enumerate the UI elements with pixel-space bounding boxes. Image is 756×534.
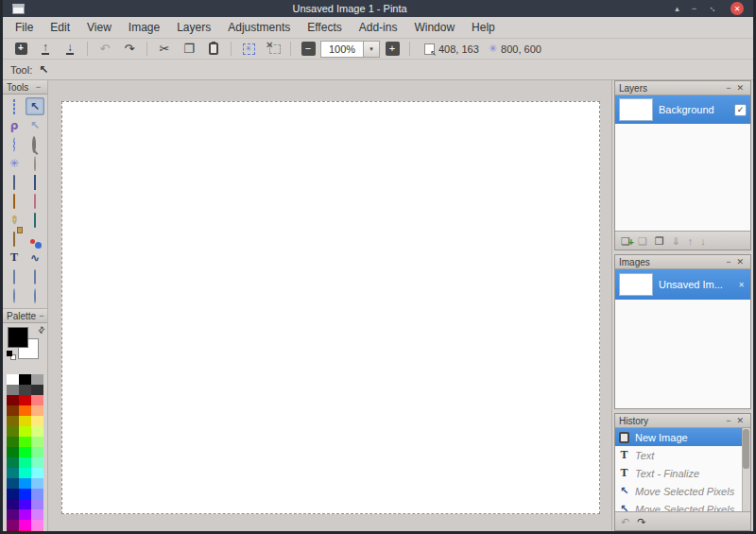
palette-swatch-35[interactable] (31, 489, 43, 499)
palette-swatch-22[interactable] (19, 447, 31, 457)
menu-item-add-ins[interactable]: Add-ins (351, 19, 406, 36)
palette-swatch-8[interactable] (31, 395, 43, 405)
tool-move-selected-pixels[interactable]: ↖ (26, 97, 44, 115)
palette-swatch-40[interactable] (19, 509, 31, 520)
close-button[interactable]: ✕ (730, 2, 744, 15)
palette-swatch-3[interactable] (7, 385, 19, 395)
palette-swatch-42[interactable] (7, 520, 19, 530)
tool-rectangle[interactable] (5, 267, 24, 285)
primary-color-swatch[interactable] (8, 327, 28, 348)
swap-colors-icon[interactable]: ⇄ (36, 324, 47, 336)
layer-visibility-checkbox[interactable]: ✓ (734, 104, 747, 116)
palette-swatch-16[interactable] (19, 426, 31, 437)
palette-swatch-37[interactable] (19, 499, 31, 509)
menu-item-effects[interactable]: Effects (299, 19, 350, 36)
reset-colors-icon[interactable] (7, 351, 16, 360)
menu-item-view[interactable]: View (78, 19, 120, 36)
palette-swatch-39[interactable] (7, 509, 19, 520)
move-layer-up-button[interactable]: ↑ (688, 234, 694, 248)
save-image-button[interactable]: ↓ (58, 40, 82, 59)
palette-swatch-15[interactable] (7, 426, 19, 437)
tool-gradient[interactable] (26, 173, 44, 191)
palette-swatch-29[interactable] (31, 468, 43, 478)
tool-lasso-select[interactable]: ρ (5, 116, 24, 134)
palette-swatch-2[interactable] (31, 374, 43, 385)
redo-button[interactable]: ↷ (117, 40, 142, 59)
crop-to-selection-button[interactable]: ✳ (236, 40, 261, 59)
palette-swatch-19[interactable] (19, 437, 31, 447)
tool-paintbrush[interactable] (5, 192, 24, 210)
palette-swatch-7[interactable] (19, 395, 31, 405)
palette-swatch-44[interactable] (31, 520, 43, 530)
open-image-button[interactable]: ↑ (33, 40, 58, 59)
duplicate-layer-button[interactable]: ❐ (655, 234, 664, 248)
new-image-button[interactable]: + (9, 40, 33, 59)
palette-swatch-47[interactable] (31, 530, 43, 531)
palette-swatch-6[interactable] (7, 395, 19, 405)
palette-swatch-45[interactable] (7, 530, 19, 531)
tool-ellipse-select[interactable] (5, 135, 24, 153)
palette-panel-minimize-button[interactable]: − (36, 311, 46, 320)
close-image-button[interactable]: ✕ (736, 281, 747, 289)
tool-pan[interactable] (26, 154, 44, 172)
palette-swatch-32[interactable] (31, 478, 43, 489)
palette-swatch-41[interactable] (31, 509, 43, 520)
menu-item-window[interactable]: Window (405, 19, 463, 36)
history-panel-close-button[interactable]: ✕ (733, 416, 747, 425)
palette-swatch-21[interactable] (7, 447, 19, 457)
palette-swatch-27[interactable] (7, 468, 19, 478)
palette-swatch-31[interactable] (19, 478, 31, 489)
merge-layer-down-button[interactable]: ⇓ (672, 234, 680, 248)
images-panel-close-button[interactable]: ✕ (733, 257, 747, 267)
palette-swatch-14[interactable] (31, 416, 43, 426)
tool-text[interactable]: T (5, 249, 24, 267)
cut-button[interactable]: ✂ (152, 40, 177, 59)
zoom-level-input[interactable]: 100% (320, 41, 364, 58)
palette-swatch-38[interactable] (31, 499, 43, 509)
history-scrollbar-thumb[interactable] (743, 429, 749, 469)
palette-swatch-17[interactable] (31, 426, 43, 437)
layers-panel-minimize-button[interactable]: − (723, 83, 733, 93)
tool-line-curve[interactable]: ∿ (26, 249, 44, 267)
palette-swatch-34[interactable] (19, 489, 31, 499)
deselect-all-button[interactable] (261, 40, 285, 59)
add-layer-button[interactable]: ❏ (621, 234, 630, 248)
palette-swatch-30[interactable] (7, 478, 19, 489)
tool-recolor[interactable] (26, 230, 44, 248)
history-scrollbar[interactable] (742, 428, 750, 511)
menu-item-image[interactable]: Image (120, 19, 168, 36)
palette-swatch-0[interactable] (7, 374, 19, 385)
palette-swatch-46[interactable] (19, 530, 31, 531)
zoom-in-button[interactable]: + (380, 40, 404, 59)
palette-swatch-43[interactable] (19, 520, 31, 530)
tool-clone-stamp[interactable] (5, 230, 24, 248)
palette-swatch-20[interactable] (31, 437, 43, 447)
tool-zoom[interactable] (26, 135, 44, 153)
palette-swatch-23[interactable] (31, 447, 43, 457)
maximize-button[interactable]: ↔ (706, 1, 722, 17)
palette-swatch-10[interactable] (19, 405, 31, 416)
history-undo-button[interactable]: ↶ (621, 515, 629, 528)
tool-magic-wand[interactable]: ✳ (5, 154, 24, 172)
menu-item-adjustments[interactable]: Adjustments (219, 19, 299, 36)
menu-item-layers[interactable]: Layers (168, 19, 219, 36)
image-row-unsaved[interactable]: Unsaved Im... ✕ (615, 269, 750, 300)
history-item-3[interactable]: ↖Move Selected Pixels (615, 482, 742, 500)
zoom-out-button[interactable]: − (296, 40, 320, 59)
zoom-dropdown-button[interactable]: ▾ (364, 41, 380, 58)
paste-button[interactable] (201, 40, 226, 59)
layers-panel-close-button[interactable]: ✕ (733, 83, 747, 93)
palette-swatch-18[interactable] (7, 437, 19, 447)
palette-swatch-9[interactable] (7, 405, 19, 416)
palette-swatch-11[interactable] (31, 405, 43, 416)
palette-swatch-26[interactable] (31, 457, 43, 468)
tools-panel-minimize-button[interactable]: − (33, 82, 43, 92)
history-item-4[interactable]: ↖Move Selected Pixels (615, 500, 742, 511)
palette-swatch-1[interactable] (19, 374, 31, 385)
palette-swatch-13[interactable] (19, 416, 31, 426)
layer-row-background[interactable]: Background ✓ (615, 95, 750, 124)
delete-layer-button[interactable]: ❏ (638, 234, 647, 248)
tool-eraser[interactable] (26, 192, 44, 210)
menu-item-edit[interactable]: Edit (42, 19, 78, 36)
palette-swatch-36[interactable] (7, 499, 19, 509)
